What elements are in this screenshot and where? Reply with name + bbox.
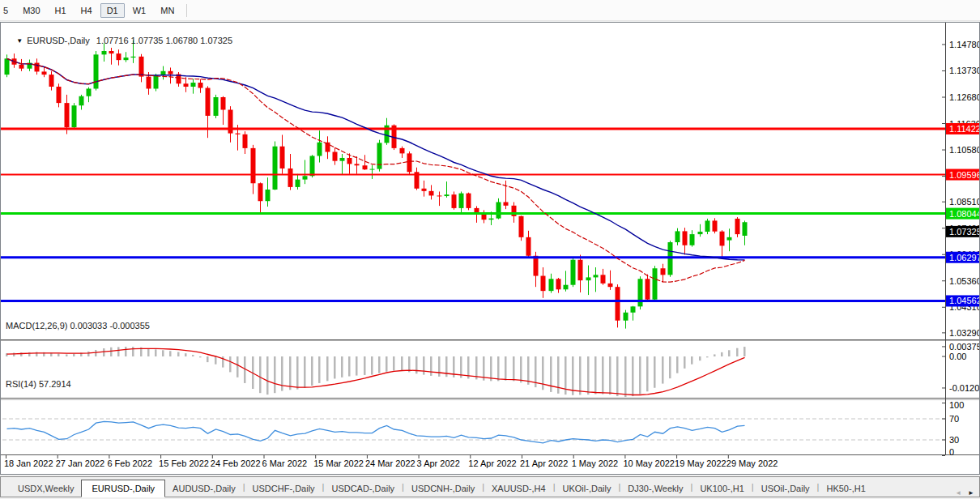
candle <box>578 260 583 280</box>
chart-ohlc-values: 1.07716 1.07735 1.06780 1.07325 <box>96 36 232 45</box>
candle <box>608 284 613 287</box>
candle <box>65 103 70 127</box>
rsi-axis-tick: 0 <box>949 447 954 457</box>
macd-histogram-bar <box>594 356 597 394</box>
candle <box>556 279 561 289</box>
candle <box>49 75 54 87</box>
candle <box>251 148 256 183</box>
timeframe-button-d1[interactable]: D1 <box>100 3 125 18</box>
macd-histogram-bar <box>386 356 388 372</box>
macd-histogram-bar <box>296 356 299 390</box>
macd-histogram-bar <box>117 347 120 356</box>
tab-ukoil-daily[interactable]: UKOil-,Daily <box>556 480 619 497</box>
date-axis-tick: 24 Feb 2022 <box>211 458 261 468</box>
tab-eurusd-daily[interactable]: EURUSD-,Daily <box>81 480 165 497</box>
date-axis-tick: 3 Apr 2022 <box>417 458 460 468</box>
macd-histogram-bar <box>706 356 709 357</box>
chart-canvas[interactable]: 1.147801.137301.126801.116301.105801.095… <box>1 23 979 472</box>
macd-histogram-bar <box>490 356 492 381</box>
chevron-down-icon[interactable]: ▼ <box>16 37 23 45</box>
tab-scroll-left-icon[interactable]: ◄ <box>955 489 961 497</box>
candle <box>489 219 494 220</box>
timeframe-button-h1[interactable]: H1 <box>49 3 73 18</box>
tab-usdcnh-daily[interactable]: USDCNH-,Daily <box>404 480 482 497</box>
macd-histogram-bar <box>236 356 239 377</box>
macd-histogram-bar <box>185 353 187 356</box>
candle <box>206 88 211 116</box>
price-axis-tick: 1.03290 <box>949 328 979 338</box>
date-axis-tick: 1 May 2022 <box>572 458 618 468</box>
tab-hk50-h1[interactable]: HK50-,H1 <box>819 480 872 497</box>
tab-xauusd-h4[interactable]: XAUUSD-,H4 <box>484 480 553 497</box>
candle <box>601 275 606 284</box>
candle <box>519 216 524 237</box>
macd-histogram-bar <box>616 356 619 396</box>
candle <box>266 190 271 201</box>
timeframe-button-m30[interactable]: M30 <box>16 3 46 18</box>
macd-histogram-bar <box>654 356 656 388</box>
tab-scroll-right-icon[interactable]: ► <box>968 489 974 497</box>
macd-histogram-bar <box>356 356 358 376</box>
candle <box>459 194 464 208</box>
candle <box>57 87 62 103</box>
candle <box>586 277 591 280</box>
ma-slow-line <box>7 58 745 260</box>
macd-histogram-bar <box>587 356 590 395</box>
candle <box>236 134 241 134</box>
macd-histogram-bar <box>572 356 574 395</box>
macd-histogram-bar <box>691 356 693 365</box>
candle <box>675 231 680 242</box>
horizontal-lines[interactable] <box>1 129 945 301</box>
macd-histogram-bar <box>334 356 336 378</box>
candle <box>5 58 10 75</box>
moving-averages <box>7 58 745 282</box>
macd-histogram-bar <box>423 356 425 375</box>
macd-histogram-bar <box>311 356 313 386</box>
tab-audusd-daily[interactable]: AUDUSD-,Daily <box>165 480 243 497</box>
macd-histogram-bar <box>289 356 292 390</box>
tab-uk100-h1[interactable]: UK100-,H1 <box>692 480 751 497</box>
candle <box>564 285 569 290</box>
candle <box>19 65 24 69</box>
candle <box>168 71 173 75</box>
chart-window: 1.147801.137301.126801.116301.105801.095… <box>0 22 980 475</box>
date-axis-tick: 6 Feb 2022 <box>107 458 152 468</box>
macd-histogram-bar <box>73 354 75 356</box>
date-axis-tick: 29 May 2022 <box>726 458 778 468</box>
macd-axis-tick: 0.003753 <box>949 342 979 352</box>
macd-histogram-bar <box>520 356 522 382</box>
candle <box>124 58 129 60</box>
price-axis-tick: 1.12680 <box>949 92 979 102</box>
svg-text:1.09596: 1.09596 <box>949 170 979 180</box>
tab-dj30-weekly[interactable]: DJ30-,Weekly <box>620 480 690 497</box>
tab-usdchf-daily[interactable]: USDCHF-,Daily <box>245 480 322 497</box>
toolbar-separator <box>186 4 187 17</box>
candle <box>258 183 263 201</box>
macd-histogram-bar <box>215 356 217 365</box>
macd-indicator-label: MACD(12,26,9) 0.003033 -0.000355 <box>6 321 150 331</box>
tab-usoil-daily[interactable]: USOil-,Daily <box>754 480 817 497</box>
timeframe-button-w1[interactable]: W1 <box>126 3 153 18</box>
macd-histogram-bar <box>147 348 150 356</box>
macd-histogram-bar <box>259 356 262 393</box>
svg-text:1.11422: 1.11422 <box>949 124 979 134</box>
axes: 1.147801.137301.126801.116301.105801.095… <box>1 23 979 468</box>
timeframe-button-5[interactable]: 5 <box>0 3 15 18</box>
tab-usdx-weekly[interactable]: USDX,Weekly <box>11 480 81 497</box>
candle <box>296 180 300 187</box>
timeframe-button-mn[interactable]: MN <box>154 3 181 18</box>
macd-histogram-bar <box>624 356 627 397</box>
candle <box>541 276 546 292</box>
candle <box>720 232 725 246</box>
macd-histogram-bar <box>229 356 232 372</box>
date-axis-tick: 12 Apr 2022 <box>468 458 516 468</box>
candle <box>79 96 84 105</box>
macd-histogram-bar <box>326 356 329 381</box>
timeframe-button-h4[interactable]: H4 <box>75 3 99 18</box>
tab-usdcad-daily[interactable]: USDCAD-,Daily <box>324 480 402 497</box>
macd-histogram-bar <box>125 347 127 356</box>
candle <box>400 148 405 154</box>
macd-histogram-bar <box>66 354 68 356</box>
date-axis-tick: 15 Feb 2022 <box>159 458 209 468</box>
price-axis-tick: 1.14780 <box>949 40 979 49</box>
